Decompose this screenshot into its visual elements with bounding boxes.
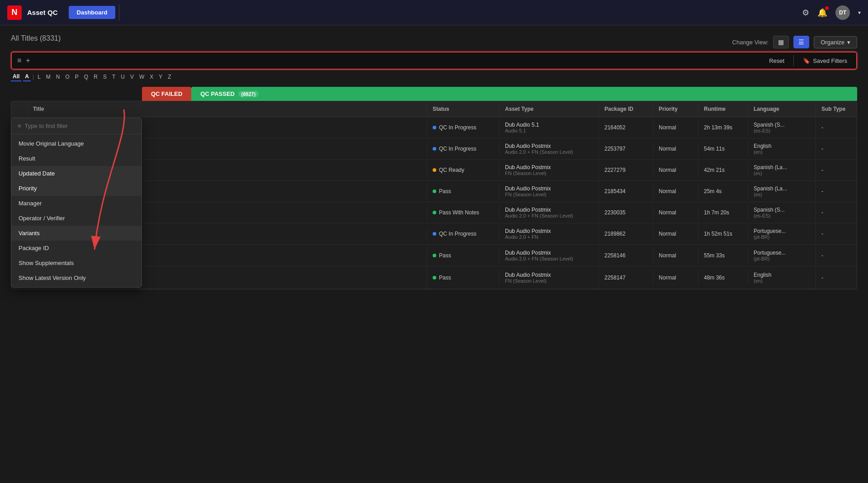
alpha-m[interactable]: M	[44, 73, 52, 81]
row-language-0: Spanish (S... (es-ES)	[748, 117, 816, 138]
avatar[interactable]: DT	[835, 5, 850, 20]
row-language-1: English (en)	[748, 138, 816, 159]
alpha-y[interactable]: Y	[157, 73, 164, 81]
status-text-0: QC In Progress	[439, 124, 476, 131]
alpha-v[interactable]: V	[128, 73, 136, 81]
row-lang-main-4: Spanish (S...	[754, 207, 810, 213]
row-runtime-5: 1h 52m 51s	[698, 226, 748, 242]
settings-icon[interactable]: ⚙	[802, 8, 809, 18]
filter-search-row: ≡	[11, 118, 142, 134]
filter-search-input[interactable]	[25, 123, 135, 129]
row-asset-type-6: Dub Audio Postmix Audio 2.0 + FN (Season…	[500, 245, 599, 266]
filter-icon: ≡	[17, 57, 21, 65]
filter-item-operator-verifier[interactable]: Operator / Verifier	[11, 211, 142, 226]
filter-item-result[interactable]: Result	[11, 151, 142, 166]
filter-item-show-supplementals[interactable]: Show Supplementals	[11, 256, 142, 270]
filter-add-icon[interactable]: +	[26, 57, 30, 65]
row-runtime-0: 2h 13m 39s	[698, 120, 748, 135]
row-runtime-7: 48m 36s	[698, 270, 748, 285]
list-view-button[interactable]: ☰	[793, 36, 809, 48]
topnav-right-section: ⚙ 🔔 DT ▾	[802, 5, 861, 20]
row-language-6: Portuguese... (pt-BR)	[748, 245, 816, 266]
row-status-4: Pass With Notes	[427, 205, 500, 220]
row-language-3: Spanish (La... (es)	[748, 181, 816, 202]
avatar-chevron-icon[interactable]: ▾	[858, 9, 861, 16]
grid-view-button[interactable]: ▦	[773, 36, 789, 48]
filter-item-movie-original-language[interactable]: Movie Original Language	[11, 136, 142, 151]
alpha-q[interactable]: Q	[82, 73, 90, 81]
row-package-id-6: 2258146	[599, 248, 653, 263]
row-priority-4: Normal	[653, 205, 698, 220]
row-status-6: Pass	[427, 248, 500, 263]
row-runtime-3: 25m 4s	[698, 184, 748, 199]
filter-item-priority[interactable]: Priority	[11, 181, 142, 196]
reset-button[interactable]: Reset	[765, 56, 788, 66]
th-package-id: Package ID	[599, 101, 653, 117]
organize-chevron-icon: ▾	[847, 39, 850, 46]
filter-item-package-id[interactable]: Package ID	[11, 241, 142, 256]
row-status-3: Pass	[427, 184, 500, 199]
alpha-o[interactable]: O	[64, 73, 71, 81]
row-priority-3: Normal	[653, 184, 698, 199]
row-lang-main-2: Spanish (La...	[754, 164, 810, 170]
filter-bar: ≡ + Reset 🔖 Saved Filters	[11, 52, 857, 70]
row-lang-sub-2: (es)	[754, 170, 810, 176]
row-asset-type-1: Dub Audio Postmix Audio 2.0 + FN (Season…	[500, 138, 599, 159]
th-checkbox	[11, 101, 28, 117]
alpha-s[interactable]: S	[101, 73, 108, 81]
asset-type-main-1: Dub Audio Postmix	[505, 143, 593, 149]
row-runtime-2: 42m 21s	[698, 162, 748, 178]
filter-item-show-latest-version[interactable]: Show Latest Version Only	[11, 270, 142, 285]
notifications-icon[interactable]: 🔔	[817, 8, 827, 18]
dashboard-button[interactable]: Dashboard	[69, 6, 116, 19]
row-package-id-1: 2253797	[599, 141, 653, 156]
row-status-0: QC In Progress	[427, 120, 500, 135]
asset-type-main-3: Dub Audio Postmix	[505, 185, 593, 192]
filter-item-variants[interactable]: Variants	[11, 226, 142, 241]
filter-dropdown-items: Movie Original Language Result Updated D…	[11, 134, 142, 287]
th-status: Status	[427, 101, 500, 117]
alpha-a[interactable]: A	[23, 72, 31, 81]
alpha-u[interactable]: U	[119, 73, 127, 81]
row-lang-sub-7: (en)	[754, 278, 810, 284]
alpha-all[interactable]: All	[11, 72, 21, 81]
filter-item-updated-date[interactable]: Updated Date	[11, 166, 142, 181]
th-title: Title	[28, 101, 427, 117]
status-tabs-row: QC FAILED QC PASSED (8827)	[11, 87, 857, 101]
row-lang-sub-1: (en)	[754, 149, 810, 155]
status-text-3: Pass	[439, 188, 451, 194]
saved-filters-button[interactable]: 🔖 Saved Filters	[799, 56, 851, 66]
asset-type-sub-2: FN (Season Level)	[505, 170, 593, 176]
row-lang-main-5: Portuguese...	[754, 228, 810, 234]
filter-item-manager[interactable]: Manager	[11, 196, 142, 211]
row-lang-sub-4: (es-ES)	[754, 213, 810, 218]
alpha-z[interactable]: Z	[166, 73, 173, 81]
alpha-t[interactable]: T	[110, 73, 117, 81]
status-text-6: Pass	[439, 252, 451, 259]
row-status-1: QC In Progress	[427, 141, 500, 156]
organize-button[interactable]: Organize ▾	[814, 36, 857, 48]
row-language-4: Spanish (S... (es-ES)	[748, 202, 816, 223]
row-asset-type-4: Dub Audio Postmix Audio 2.0 + FN (Season…	[500, 202, 599, 223]
row-package-id-4: 2230035	[599, 205, 653, 220]
row-lang-sub-0: (es-ES)	[754, 128, 810, 133]
status-tab-passed[interactable]: QC PASSED (8827)	[191, 87, 857, 101]
alpha-l[interactable]: L	[36, 73, 42, 81]
notification-badge	[825, 6, 829, 10]
row-asset-type-0: Dub Audio 5.1 Audio 5.1	[500, 117, 599, 138]
filter-dropdown: ≡ Movie Original Language Result Updated…	[11, 118, 142, 288]
status-dot-5	[433, 232, 436, 236]
status-tab-failed[interactable]: QC FAILED	[142, 87, 191, 101]
row-runtime-1: 54m 11s	[698, 141, 748, 156]
alpha-p[interactable]: P	[73, 73, 80, 81]
row-priority-5: Normal	[653, 226, 698, 242]
asset-type-sub-0: Audio 5.1	[505, 128, 593, 133]
alpha-x[interactable]: X	[148, 73, 155, 81]
alpha-r[interactable]: R	[92, 73, 99, 81]
row-priority-0: Normal	[653, 120, 698, 135]
row-lang-sub-3: (es)	[754, 192, 810, 197]
alpha-n[interactable]: N	[54, 73, 62, 81]
alpha-w[interactable]: W	[137, 73, 146, 81]
row-sub-type-5: -	[816, 226, 857, 242]
asset-type-sub-1: Audio 2.0 + FN (Season Level)	[505, 149, 593, 155]
